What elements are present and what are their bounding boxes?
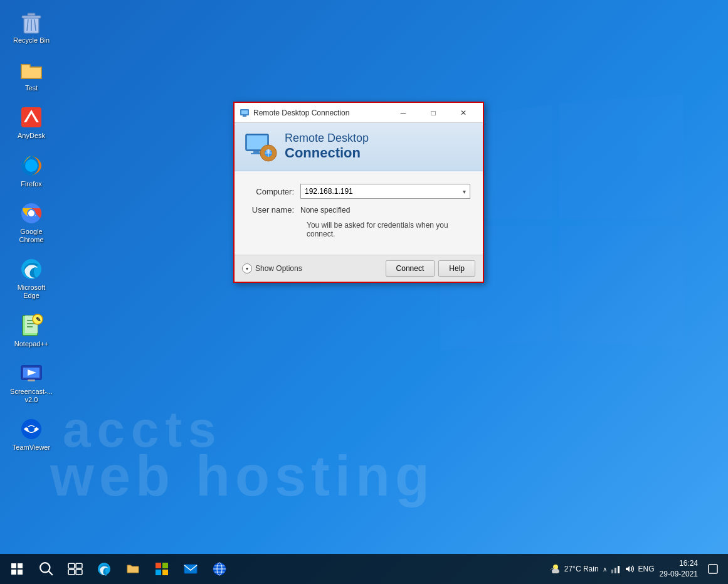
rdp-title-text: Remote Desktop Connection [253, 109, 349, 117]
desktop-icon-notepadpp[interactable]: ✎ Notepad++ [6, 310, 56, 351]
system-tray: 27°C Rain ∧ ENG [549, 563, 655, 575]
rdp-header: Remote Desktop Connection [235, 123, 483, 171]
anydesk-icon [19, 105, 44, 130]
svg-rect-34 [18, 563, 23, 568]
desktop-icon-teamviewer[interactable]: TeamViewer [6, 413, 56, 455]
clock-time: 16:24 [660, 558, 698, 569]
desktop-icon-microsoft-edge[interactable]: Microsoft Edge [6, 253, 56, 303]
svg-rect-42 [76, 570, 82, 575]
maximize-button[interactable]: □ [419, 103, 448, 123]
firefox-icon [19, 153, 44, 178]
svg-point-37 [40, 563, 50, 572]
show-options-button[interactable]: ▾ Show Options [242, 263, 302, 273]
svg-rect-40 [76, 563, 82, 568]
rdp-titlebar: Remote Desktop Connection ─ □ ✕ [235, 103, 483, 123]
svg-rect-39 [68, 563, 75, 568]
help-button[interactable]: Help [438, 260, 475, 277]
desktop-icon-screencast[interactable]: Screencast-... v2.0 [6, 358, 56, 407]
svg-rect-41 [68, 570, 75, 575]
username-label: User name: [247, 205, 300, 215]
recycle-bin-label: Recycle Bin [13, 36, 50, 45]
username-field-row: User name: None specified [247, 205, 470, 215]
desktop-icon-test[interactable]: Test [6, 54, 56, 95]
svg-rect-44 [156, 563, 161, 568]
svg-rect-22 [28, 380, 35, 381]
taskbar-right: 27°C Rain ∧ ENG 16 [549, 554, 728, 584]
svg-point-8 [25, 159, 38, 172]
anydesk-label: AnyDesk [18, 132, 45, 140]
weather-text: 27°C Rain [564, 565, 599, 573]
task-view-button[interactable] [61, 554, 89, 584]
google-chrome-icon [19, 201, 44, 226]
clock[interactable]: 16:24 29-09-2021 [660, 558, 698, 580]
show-options-label: Show Options [255, 264, 302, 273]
tray-up-arrow[interactable]: ∧ [603, 566, 607, 573]
username-value: None specified [300, 206, 350, 215]
svg-point-54 [553, 565, 558, 570]
search-taskbar-button[interactable] [33, 554, 60, 584]
svg-rect-45 [162, 563, 168, 568]
computer-input[interactable]: 192.168.1.191 ▾ [300, 184, 470, 199]
connect-button[interactable]: Connect [386, 260, 435, 277]
rdp-footer: ▾ Show Options Connect Help [235, 255, 483, 282]
taskbar-globe-icon[interactable] [206, 554, 233, 584]
taskbar-edge-icon[interactable] [90, 554, 118, 584]
close-button[interactable]: ✕ [449, 103, 478, 123]
notepadpp-label: Notepad++ [14, 340, 48, 348]
minimize-button[interactable]: ─ [389, 103, 418, 123]
computer-dropdown-arrow: ▾ [463, 188, 466, 195]
svg-rect-35 [11, 570, 16, 575]
svg-line-38 [48, 571, 53, 575]
svg-rect-55 [611, 570, 613, 573]
taskbar-store-icon[interactable] [148, 554, 176, 584]
svg-rect-47 [162, 570, 168, 575]
volume-icon [625, 564, 635, 574]
rdp-dialog: Remote Desktop Connection ─ □ ✕ [233, 102, 484, 283]
svg-rect-2 [28, 13, 35, 16]
svg-rect-46 [156, 570, 161, 575]
rdp-header-text: Remote Desktop Connection [285, 132, 369, 161]
rdp-dialog-body: Computer: 192.168.1.191 ▾ User name: Non… [235, 171, 483, 255]
taskbar-explorer-icon[interactable] [119, 554, 147, 584]
start-button[interactable] [3, 554, 31, 584]
teamviewer-label: TeamViewer [13, 443, 50, 452]
rdp-header-line1: Remote Desktop [285, 132, 369, 145]
svg-rect-30 [253, 151, 260, 153]
svg-rect-33 [11, 563, 16, 568]
computer-value: 192.168.1.191 [305, 187, 353, 196]
notepadpp-icon: ✎ [19, 313, 44, 338]
computer-field-row: Computer: 192.168.1.191 ▾ [247, 184, 470, 199]
svg-rect-56 [615, 568, 616, 573]
svg-rect-26 [241, 110, 248, 114]
clock-date: 29-09-2021 [660, 569, 698, 580]
teamviewer-icon [19, 417, 44, 442]
rdp-header-icon [245, 130, 277, 163]
desktop-icon-anydesk[interactable]: AnyDesk [6, 102, 56, 143]
notification-button[interactable] [703, 554, 723, 584]
rdp-header-line2: Connection [285, 145, 369, 161]
desktop-icon-google-chrome[interactable]: Google Chrome [6, 198, 56, 247]
desktop: accts web hosting Recycle Bin [0, 0, 728, 584]
credentials-note: You will be asked for credentials when y… [247, 221, 470, 238]
weather-icon [549, 563, 562, 575]
rdp-footer-buttons: Connect Help [386, 260, 475, 277]
taskbar-mail-icon[interactable] [177, 554, 204, 584]
rdp-window-controls: ─ □ ✕ [389, 103, 478, 123]
svg-point-11 [28, 210, 34, 216]
screencast-icon [19, 361, 44, 386]
rdp-title-icon [240, 108, 250, 118]
language-indicator[interactable]: ENG [638, 565, 655, 573]
svg-rect-48 [184, 565, 197, 573]
desktop-icon-recycle-bin[interactable]: Recycle Bin [6, 6, 56, 48]
microsoft-edge-label: Microsoft Edge [9, 284, 53, 300]
desktop-icon-firefox[interactable]: Firefox [6, 150, 56, 191]
watermark-line2: web hosting [50, 444, 435, 509]
svg-text:✎: ✎ [36, 316, 41, 323]
taskbar: 27°C Rain ∧ ENG 16 [0, 554, 728, 584]
svg-rect-27 [243, 115, 246, 117]
weather-info: 27°C Rain [549, 563, 599, 575]
svg-rect-1 [22, 16, 41, 18]
google-chrome-label: Google Chrome [9, 228, 53, 244]
firefox-label: Firefox [21, 180, 42, 188]
svg-rect-58 [709, 565, 717, 573]
